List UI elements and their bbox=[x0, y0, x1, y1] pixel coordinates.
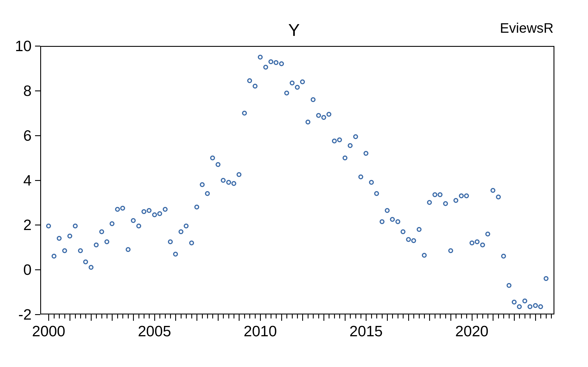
x-tick-minor bbox=[339, 314, 340, 318]
x-tick-major bbox=[408, 314, 409, 321]
data-point bbox=[268, 59, 273, 64]
data-point bbox=[200, 182, 205, 187]
x-tick-major bbox=[91, 314, 92, 321]
x-tick-minor bbox=[498, 314, 499, 318]
x-tick-minor bbox=[202, 314, 203, 318]
data-point bbox=[311, 97, 316, 102]
data-point bbox=[120, 206, 125, 210]
x-tick-major bbox=[196, 314, 197, 321]
data-point bbox=[210, 155, 215, 160]
data-point bbox=[485, 231, 490, 236]
x-tick-minor bbox=[413, 314, 414, 318]
x-tick-major bbox=[218, 314, 219, 321]
data-point bbox=[501, 254, 506, 259]
x-tick-label: 2020 bbox=[455, 322, 489, 340]
data-point bbox=[189, 240, 194, 245]
y-tick-label: -2 bbox=[0, 306, 32, 323]
x-tick-minor bbox=[525, 314, 525, 318]
x-tick-minor bbox=[207, 314, 208, 318]
x-tick-major bbox=[387, 314, 388, 321]
data-point bbox=[136, 224, 141, 229]
x-tick-minor bbox=[101, 314, 102, 318]
x-tick-minor bbox=[350, 314, 351, 318]
x-tick-minor bbox=[122, 314, 123, 318]
data-point bbox=[184, 224, 189, 229]
y-tick bbox=[35, 225, 40, 225]
x-tick-major bbox=[514, 314, 515, 321]
x-tick-minor bbox=[329, 314, 329, 318]
data-point bbox=[512, 300, 517, 305]
data-point bbox=[379, 219, 384, 224]
data-point bbox=[406, 237, 411, 242]
data-point bbox=[263, 65, 268, 70]
x-tick-minor bbox=[398, 314, 398, 318]
x-tick-minor bbox=[286, 314, 287, 318]
data-point bbox=[469, 240, 474, 245]
data-point bbox=[126, 247, 130, 252]
x-tick-major bbox=[154, 314, 155, 321]
y-tick bbox=[35, 269, 40, 270]
data-point bbox=[332, 139, 337, 144]
data-point bbox=[284, 90, 289, 95]
x-tick-minor bbox=[276, 314, 277, 318]
x-tick-minor bbox=[59, 314, 60, 318]
data-point bbox=[247, 78, 252, 83]
x-tick-major bbox=[175, 314, 176, 321]
data-point bbox=[316, 113, 321, 118]
x-tick-major bbox=[493, 314, 493, 321]
data-point bbox=[321, 115, 326, 120]
x-tick-major bbox=[302, 314, 303, 321]
data-point bbox=[110, 221, 115, 226]
x-tick-minor bbox=[435, 314, 435, 318]
x-tick-minor bbox=[371, 314, 372, 318]
x-tick-minor bbox=[149, 314, 150, 318]
data-point bbox=[78, 248, 83, 253]
data-point bbox=[99, 229, 104, 234]
data-point bbox=[448, 248, 453, 253]
x-tick-minor bbox=[255, 314, 256, 318]
x-tick-major bbox=[260, 314, 261, 321]
x-tick-minor bbox=[228, 314, 229, 318]
y-tick bbox=[35, 90, 40, 91]
y-tick-label: 0 bbox=[0, 261, 32, 278]
data-point bbox=[353, 134, 358, 139]
data-point bbox=[115, 207, 120, 212]
x-tick-minor bbox=[503, 314, 504, 318]
x-tick-minor bbox=[376, 314, 377, 318]
data-point bbox=[46, 224, 51, 229]
data-point bbox=[205, 191, 210, 196]
data-point bbox=[237, 172, 242, 177]
x-tick-minor bbox=[186, 314, 187, 318]
x-tick-minor bbox=[297, 314, 298, 318]
x-tick-minor bbox=[128, 314, 129, 318]
data-point bbox=[57, 236, 62, 241]
x-tick-minor bbox=[313, 314, 314, 318]
x-tick-minor bbox=[487, 314, 488, 318]
data-point bbox=[395, 219, 400, 224]
data-point bbox=[385, 208, 390, 213]
x-tick-minor bbox=[265, 314, 266, 318]
x-tick-minor bbox=[477, 314, 478, 318]
data-point bbox=[258, 55, 263, 59]
y-tick-label: 4 bbox=[0, 172, 32, 189]
x-tick-minor bbox=[551, 314, 552, 318]
x-tick-minor bbox=[334, 314, 335, 318]
x-tick-minor bbox=[271, 314, 271, 318]
data-point bbox=[274, 60, 279, 65]
data-point bbox=[480, 243, 485, 248]
data-point bbox=[105, 239, 109, 244]
data-point bbox=[300, 79, 305, 84]
x-tick-minor bbox=[546, 314, 547, 318]
data-point bbox=[422, 253, 427, 258]
x-tick-minor bbox=[54, 314, 55, 318]
data-point bbox=[491, 188, 496, 193]
x-tick-minor bbox=[144, 314, 144, 318]
data-point bbox=[432, 192, 437, 197]
data-point bbox=[543, 276, 548, 281]
x-tick-major bbox=[281, 314, 282, 321]
y-tick bbox=[35, 180, 40, 181]
x-tick-minor bbox=[355, 314, 356, 318]
data-point bbox=[94, 243, 99, 248]
x-tick-minor bbox=[392, 314, 393, 318]
x-tick-minor bbox=[456, 314, 456, 318]
